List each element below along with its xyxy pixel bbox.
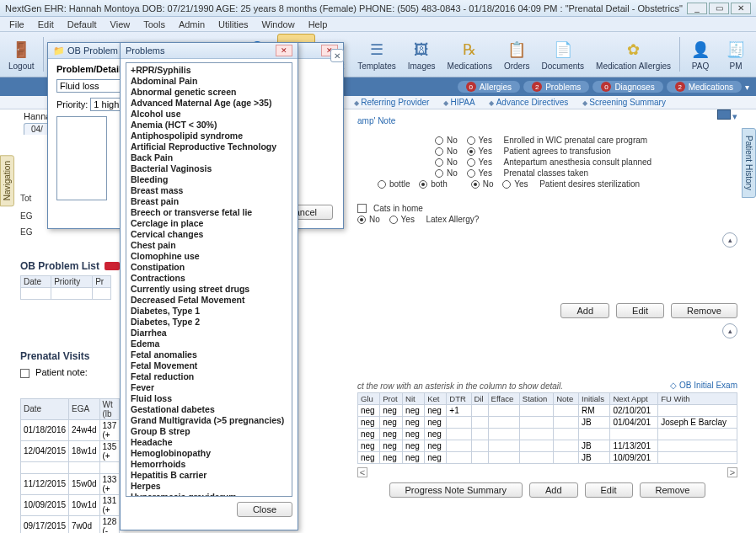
grid-col[interactable]: Nit [403, 393, 425, 405]
radio-bottle[interactable] [378, 180, 386, 189]
stamp-note-link[interactable]: amp' Note [357, 116, 737, 125]
link-hipaa[interactable]: HIPAA [443, 98, 475, 107]
menu-window[interactable]: Window [256, 19, 301, 30]
table-row[interactable]: 11/12/201515w0d133 (+ [21, 473, 120, 494]
navigation-tab[interactable]: Navigation [0, 155, 14, 206]
problems-list-item[interactable]: Clomophine use [130, 251, 288, 262]
problems-list-item[interactable]: Abnormal genetic screen [130, 87, 288, 98]
problems-list-item[interactable]: Alcohol use [130, 109, 288, 120]
expand-right[interactable]: > [727, 467, 737, 477]
close-window-button[interactable]: ✕ [731, 3, 751, 14]
radio-q3-no[interactable] [435, 158, 443, 167]
link-screening-summary[interactable]: Screening Summary [582, 98, 666, 107]
add-button[interactable]: Add [560, 303, 609, 318]
problems-list-item[interactable]: Gestational dabetes [130, 404, 288, 415]
problems-list-item[interactable]: Bacterial Vaginosis [130, 163, 288, 174]
problems-list-item[interactable]: Constipation [130, 262, 288, 273]
problems-list-item[interactable]: Fluid loss [130, 393, 288, 404]
collapse-button-2[interactable]: ▴ [722, 323, 737, 338]
grid-col[interactable]: Note [554, 393, 579, 405]
problems-list-item[interactable]: Currently using street drugs [130, 284, 288, 295]
table-row[interactable]: negnegnegneg+1RM02/10/201 [358, 405, 737, 417]
menu-edit[interactable]: Edit [32, 19, 60, 30]
grid-col[interactable]: Efface [488, 393, 519, 405]
problems-list-item[interactable]: Diabetes, Type 2 [130, 317, 288, 328]
maximize-button[interactable]: ▭ [709, 3, 729, 14]
problems-list-item[interactable]: Hepatitis B carrier [130, 470, 288, 481]
problems-list-item[interactable]: Group B strep [130, 426, 288, 437]
pill-allergies[interactable]: 0Allergies [458, 81, 520, 93]
problems-list-item[interactable]: Anemia (HCT < 30%) [130, 120, 288, 131]
table-row[interactable]: negnegnegnegJB01/04/201Joseph E Barclay [358, 417, 737, 429]
menu-file[interactable]: File [3, 19, 30, 30]
grid-col[interactable]: FU With [658, 393, 737, 405]
edit-button[interactable]: Edit [616, 303, 664, 318]
table-row[interactable]: 12/04/201518w1d135 (+ [21, 440, 120, 461]
grid-col[interactable]: Prot [380, 393, 403, 405]
radio-latex-yes[interactable] [389, 216, 398, 224]
radio-latex-no[interactable] [357, 216, 366, 224]
table-row[interactable]: negnegnegnegJB10/09/201 [358, 452, 737, 464]
problems-list-item[interactable]: Edema [130, 338, 288, 349]
images-button[interactable]: 🖼 Images [403, 34, 441, 75]
problems-list-item[interactable]: Abdominal Pain [130, 76, 288, 87]
link-advance-directives[interactable]: Advance Directives [489, 98, 568, 107]
radio-q5-yes[interactable] [502, 180, 511, 189]
problems-list-item[interactable]: Fetal anomalies [130, 349, 288, 360]
edit-button-2[interactable]: Edit [585, 482, 633, 498]
pill-medications[interactable]: 2Medications [667, 81, 742, 93]
cats-checkbox[interactable] [357, 204, 367, 213]
radio-q2-yes[interactable] [467, 147, 475, 156]
documents-button[interactable]: 📄 Documents [536, 34, 589, 75]
problems-list-item[interactable]: Chest pain [130, 240, 288, 251]
paq-button[interactable]: 👤 PAQ [684, 34, 717, 75]
col-priority[interactable]: Priority [51, 276, 93, 288]
problems-list-item[interactable]: Contractions [130, 273, 288, 284]
popup-close-icon[interactable]: ✕ [330, 49, 344, 62]
col-pr[interactable]: Pr [93, 276, 111, 288]
table-row[interactable] [21, 461, 120, 473]
problems-list-item[interactable]: Cervical changes [130, 229, 288, 240]
problems-list-item[interactable]: Decreased Fetal Movement [130, 295, 288, 306]
radio-both[interactable] [419, 180, 427, 189]
grid-col[interactable]: Ket [425, 393, 447, 405]
progress-note-summary-button[interactable]: Progress Note Summary [389, 482, 523, 498]
table-row[interactable]: 10/09/201510w1d131 (+ [21, 494, 120, 515]
remove-button[interactable]: Remove [671, 303, 737, 318]
col-vdate[interactable]: Date [21, 398, 69, 419]
problems-list-item[interactable]: Cerclage in place [130, 218, 288, 229]
menu-utilities[interactable]: Utilities [212, 19, 254, 30]
radio-q2-no[interactable] [435, 147, 443, 156]
med-allergies-button[interactable]: ✿ Medication Allergies [591, 34, 676, 75]
radio-q1-yes[interactable] [467, 136, 475, 145]
ob-initial-exam-link[interactable]: ◇ OB Initial Exam [670, 381, 737, 390]
radio-q1-no[interactable] [435, 136, 443, 145]
menu-default[interactable]: Default [62, 19, 103, 30]
logout-button[interactable]: 🚪 Logout [3, 34, 40, 75]
templates-button[interactable]: ☰ Templates [352, 34, 401, 75]
problems-list-item[interactable]: Artificial Reproductive Technology [130, 141, 288, 152]
radio-q4-no[interactable] [435, 169, 443, 178]
menu-help[interactable]: Help [303, 19, 334, 30]
pill-diagnoses[interactable]: 0Diagnoses [592, 81, 662, 93]
col-wt[interactable]: Wt (lb [99, 398, 120, 419]
menu-view[interactable]: View [105, 19, 137, 30]
grid-col[interactable]: Next Appt [610, 393, 658, 405]
problems-list-item[interactable]: Back Pain [130, 152, 288, 163]
problems-list-item[interactable]: Breast mass [130, 185, 288, 196]
grid-col[interactable]: Glu [358, 393, 380, 405]
visit-detail-grid[interactable]: GluProtNitKetDTRDilEffaceStationNoteInit… [357, 392, 737, 464]
collapse-button-1[interactable]: ▴ [722, 232, 737, 248]
add-button-2[interactable]: Add [529, 482, 578, 498]
problems-list-item[interactable]: Advanced Maternal Age (age >35) [130, 98, 288, 109]
problems-list-item[interactable]: Hemorrhoids [130, 459, 288, 470]
grid-col[interactable]: Initials [579, 393, 610, 405]
menu-tools[interactable]: Tools [137, 19, 171, 30]
col-date[interactable]: Date [21, 276, 51, 288]
problems-list-item[interactable]: Herpes [130, 481, 288, 492]
patient-note-checkbox[interactable] [20, 369, 29, 378]
problems-list-item[interactable]: Diabetes, Type 1 [130, 306, 288, 317]
pm-button[interactable]: 🧾 PM [719, 34, 753, 75]
pill-problems[interactable]: 2Problems [523, 81, 589, 93]
link-referring-provider[interactable]: Referring Provider [354, 98, 429, 107]
